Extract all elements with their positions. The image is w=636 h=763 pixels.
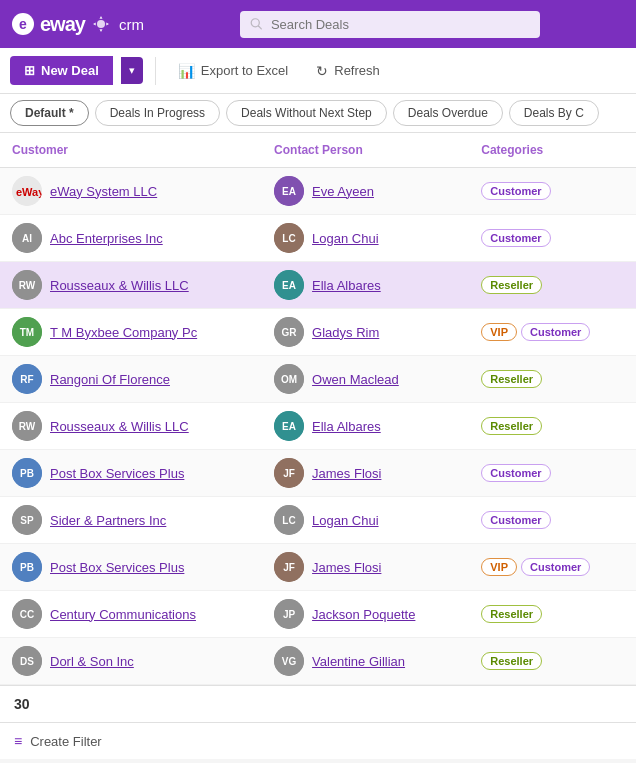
tab-by-c[interactable]: Deals By C <box>509 100 599 126</box>
contact-link[interactable]: Logan Chui <box>312 513 379 528</box>
contact-link[interactable]: Logan Chui <box>312 231 379 246</box>
tab-in-progress[interactable]: Deals In Progress <box>95 100 220 126</box>
company-cell: RFRangoni Of Florence <box>0 356 262 403</box>
new-deal-dropdown-button[interactable]: ▾ <box>121 57 143 84</box>
contact-link[interactable]: James Flosi <box>312 466 381 481</box>
contact-cell: EAElla Albares <box>262 403 469 450</box>
contact-link[interactable]: Jackson Poquette <box>312 607 415 622</box>
categories-cell: Reseller <box>469 262 636 309</box>
company-avatar: RF <box>12 364 42 394</box>
company-link[interactable]: Post Box Services Plus <box>50 466 184 481</box>
table-row[interactable]: CCCentury CommunicationsJPJackson Poquet… <box>0 591 636 638</box>
category-badge: Reseller <box>481 370 542 388</box>
table-row[interactable]: SPSider & Partners IncLCLogan ChuiCustom… <box>0 497 636 544</box>
contact-avatar: EA <box>274 176 304 206</box>
search-input[interactable] <box>271 17 530 32</box>
svg-text:RW: RW <box>19 421 36 432</box>
company-avatar: SP <box>12 505 42 535</box>
company-link[interactable]: Dorl & Son Inc <box>50 654 134 669</box>
contact-avatar: EA <box>274 411 304 441</box>
table-row[interactable]: PBPost Box Services PlusJFJames FlosiVIP… <box>0 544 636 591</box>
company-cell: RWRousseaux & Willis LLC <box>0 403 262 450</box>
col-customer: Customer <box>0 133 262 168</box>
svg-text:PB: PB <box>20 562 34 573</box>
deals-table: Customer Contact Person Categories eWaye… <box>0 133 636 685</box>
svg-text:EA: EA <box>282 280 296 291</box>
company-link[interactable]: Sider & Partners Inc <box>50 513 166 528</box>
export-button[interactable]: 📊 Export to Excel <box>168 57 298 85</box>
create-filter-bar[interactable]: ≡ Create Filter <box>0 722 636 759</box>
contact-link[interactable]: Ella Albares <box>312 419 381 434</box>
contact-link[interactable]: Ella Albares <box>312 278 381 293</box>
svg-text:LC: LC <box>282 233 295 244</box>
table-row[interactable]: RWRousseaux & Willis LLCEAElla AlbaresRe… <box>0 403 636 450</box>
company-link[interactable]: Century Communications <box>50 607 196 622</box>
record-count: 30 <box>0 685 636 722</box>
category-badge: Customer <box>521 323 590 341</box>
col-contact: Contact Person <box>262 133 469 168</box>
svg-text:GR: GR <box>282 327 298 338</box>
categories-cell: Customer <box>469 215 636 262</box>
tab-without-next-step[interactable]: Deals Without Next Step <box>226 100 387 126</box>
contact-avatar: JF <box>274 552 304 582</box>
company-link[interactable]: Rousseaux & Willis LLC <box>50 278 189 293</box>
contact-avatar: OM <box>274 364 304 394</box>
svg-text:EA: EA <box>282 421 296 432</box>
contact-cell: JFJames Flosi <box>262 450 469 497</box>
categories-cell: Customer <box>469 497 636 544</box>
company-avatar: RW <box>12 411 42 441</box>
tab-default[interactable]: Default * <box>10 100 89 126</box>
company-link[interactable]: Rangoni Of Florence <box>50 372 170 387</box>
table-row[interactable]: DSDorl & Son IncVGValentine GillianResel… <box>0 638 636 685</box>
export-icon: 📊 <box>178 63 195 79</box>
table-row[interactable]: TMT M Byxbee Company PcGRGladys RimVIPCu… <box>0 309 636 356</box>
company-cell: eWayeWay System LLC <box>0 168 262 215</box>
company-link[interactable]: eWay System LLC <box>50 184 157 199</box>
category-badge: Customer <box>481 464 550 482</box>
table-row[interactable]: RFRangoni Of FlorenceOMOwen MacleadResel… <box>0 356 636 403</box>
table-row[interactable]: PBPost Box Services PlusJFJames FlosiCus… <box>0 450 636 497</box>
table-row[interactable]: AIAbc Enterprises IncLCLogan ChuiCustome… <box>0 215 636 262</box>
category-badge: VIP <box>481 558 517 576</box>
contact-cell: JPJackson Poquette <box>262 591 469 638</box>
search-bar[interactable] <box>240 11 540 38</box>
company-cell: RWRousseaux & Willis LLC <box>0 262 262 309</box>
svg-text:EA: EA <box>282 186 296 197</box>
company-link[interactable]: T M Byxbee Company Pc <box>50 325 197 340</box>
contact-link[interactable]: Gladys Rim <box>312 325 379 340</box>
company-avatar: RW <box>12 270 42 300</box>
company-avatar: CC <box>12 599 42 629</box>
company-cell: SPSider & Partners Inc <box>0 497 262 544</box>
contact-link[interactable]: Owen Maclead <box>312 372 399 387</box>
toolbar: ⊞ New Deal ▾ 📊 Export to Excel ↻ Refresh <box>0 48 636 94</box>
company-link[interactable]: Abc Enterprises Inc <box>50 231 163 246</box>
contact-link[interactable]: Valentine Gillian <box>312 654 405 669</box>
contact-avatar: GR <box>274 317 304 347</box>
categories-cell: Reseller <box>469 591 636 638</box>
tab-overdue[interactable]: Deals Overdue <box>393 100 503 126</box>
category-badge: Reseller <box>481 276 542 294</box>
new-deal-button[interactable]: ⊞ New Deal <box>10 56 113 85</box>
contact-cell: EAElla Albares <box>262 262 469 309</box>
contact-cell: LCLogan Chui <box>262 497 469 544</box>
contact-avatar: VG <box>274 646 304 676</box>
tabs-bar: Default * Deals In Progress Deals Withou… <box>0 94 636 133</box>
categories-cell: Reseller <box>469 638 636 685</box>
table-row[interactable]: RWRousseaux & Willis LLCEAElla AlbaresRe… <box>0 262 636 309</box>
logo-icon: e <box>12 13 34 35</box>
contact-link[interactable]: Eve Ayeen <box>312 184 374 199</box>
filter-icon: ≡ <box>14 733 22 749</box>
company-link[interactable]: Rousseaux & Willis LLC <box>50 419 189 434</box>
refresh-button[interactable]: ↻ Refresh <box>306 57 390 85</box>
category-badge: Reseller <box>481 652 542 670</box>
categories-cell: Reseller <box>469 356 636 403</box>
deals-table-container: Customer Contact Person Categories eWaye… <box>0 133 636 685</box>
contact-link[interactable]: James Flosi <box>312 560 381 575</box>
category-badge: Reseller <box>481 605 542 623</box>
categories-cell: Reseller <box>469 403 636 450</box>
company-link[interactable]: Post Box Services Plus <box>50 560 184 575</box>
contact-avatar: EA <box>274 270 304 300</box>
table-row[interactable]: eWayeWay System LLCEAEve AyeenCustomer <box>0 168 636 215</box>
svg-text:OM: OM <box>281 374 297 385</box>
company-avatar: PB <box>12 552 42 582</box>
